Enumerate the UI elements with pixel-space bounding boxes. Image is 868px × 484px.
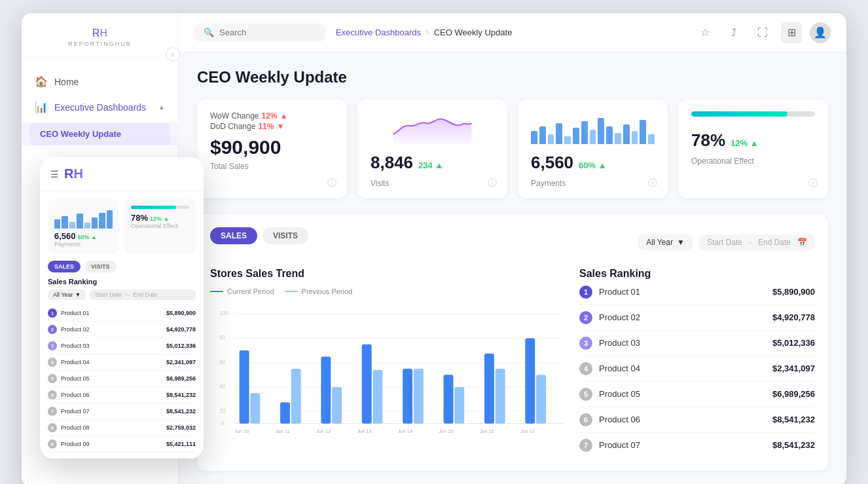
legend-prev-label: Previous Period [302, 288, 353, 295]
p-name-8: Product 08 [61, 424, 162, 431]
preview-kpi-label-payments: Payments [54, 241, 113, 248]
breadcrumb-parent[interactable]: Executive Dashboards [336, 28, 421, 37]
search-box[interactable]: 🔍 [194, 24, 325, 41]
visits-value-row: 8,846 234 ▲ [371, 148, 494, 175]
legend-prev-line [285, 291, 298, 292]
sidebar-collapse-button[interactable]: ‹ [166, 47, 180, 62]
preview-tab-visits[interactable]: VISITS [84, 261, 117, 272]
kpi-info-button-payments[interactable]: ⓘ [648, 177, 657, 189]
preview-tabs: SALES VISITS [48, 261, 196, 272]
preview-kpi-label-operational: Operational Effect [131, 223, 189, 229]
dod-value: 11% [258, 122, 274, 131]
kpi-info-button-operational[interactable]: ⓘ [808, 177, 818, 189]
preview-kpi-row: 6,560 60% ▲ Payments 78% 12% ▲ Operation… [48, 199, 196, 254]
rank-value-2: $4,920,778 [772, 312, 815, 322]
mini-bar-2 [539, 126, 546, 145]
tab-sales[interactable]: SALES [210, 227, 257, 244]
p-val-1: $5,890,900 [166, 310, 196, 316]
p-val-4: $2,341,097 [166, 359, 196, 365]
preview-filter-select[interactable]: All Year ▼ [48, 289, 86, 300]
period-filter-select[interactable]: All Year ▼ [638, 234, 693, 250]
logo-text: REPORTINGHUB [68, 41, 131, 47]
calendar-icon: 📅 [797, 238, 807, 247]
rank-name-3: Product 03 [599, 338, 766, 348]
kpi-changes-total-sales: WoW Change 12% ▲ DoD Change 11% ▼ [210, 111, 334, 131]
svg-text:40: 40 [219, 382, 226, 389]
table-row: 2 Product 02 $4,920,778 [579, 305, 815, 331]
dod-arrow-icon: ▼ [276, 122, 284, 131]
p-bar-6 [92, 217, 98, 229]
bar-jun16-prev [496, 369, 505, 424]
visits-badge: 234 ▲ [418, 160, 443, 170]
preview-date-range[interactable]: Start Date → End Date [90, 289, 196, 300]
bar-jun13-prev [373, 369, 383, 423]
preview-end-date: End Date [133, 291, 158, 298]
mini-bar-4 [556, 123, 562, 145]
sidebar-item-ceo-weekly[interactable]: CEO Weekly Update [29, 122, 170, 145]
share-button[interactable]: ⤴ [723, 22, 744, 43]
rank-number-7: 7 [579, 439, 592, 452]
p-name-4: Product 04 [61, 359, 162, 365]
preview-date-arrow: → [124, 291, 130, 298]
kpi-info-button-total-sales[interactable]: ⓘ [327, 177, 336, 189]
kpi-info-button-visits[interactable]: ⓘ [488, 177, 497, 189]
rank-name-5: Product 05 [599, 389, 766, 399]
favorite-button[interactable]: ☆ [695, 22, 715, 43]
chevron-up-icon: ▲ [158, 103, 165, 111]
expand-button[interactable]: ⛶ [752, 22, 773, 43]
sidebar-item-exec-dashboards[interactable]: 📊 Executive Dashboards ▲ [22, 94, 178, 120]
date-range-picker[interactable]: Start Date → End Date 📅 [699, 234, 815, 250]
preview-kpi-operational: 78% 12% ▲ Operational Effect [124, 199, 196, 254]
rank-name-1: Product 01 [599, 287, 766, 297]
bar-jun16-current [484, 353, 494, 423]
chevron-down-icon: ▼ [677, 238, 685, 247]
payments-badge: 60% ▲ [579, 160, 607, 170]
preview-chevron-icon: ▼ [75, 291, 81, 298]
visits-sparkline [371, 111, 494, 144]
list-item: 4 Product 04 $2,341,097 [48, 354, 196, 371]
bar-jun11-current [280, 402, 290, 424]
p-val-3: $5,012,336 [166, 343, 196, 349]
bar-jun15-prev [454, 387, 464, 424]
preview-tab-sales[interactable]: SALES [48, 261, 81, 272]
p-bar-2 [62, 216, 67, 229]
layout-toggle-button[interactable]: ⊞ [781, 22, 802, 43]
mini-bar-6 [573, 128, 579, 144]
bottom-layout: Stores Sales Trend Current Period Previo… [210, 268, 815, 458]
logo-r: R [92, 28, 100, 39]
sidebar-logo: R H REPORTINGHUB [22, 13, 178, 58]
preview-mini-bars-payments [54, 206, 113, 229]
mini-bar-5 [564, 136, 571, 145]
sidebar-item-home[interactable]: 🏠 Home [22, 69, 178, 94]
p-val-5: $6,989,256 [166, 375, 196, 382]
chart-legend: Current Period Previous Period [210, 288, 564, 295]
bar-jun17-current [525, 338, 535, 423]
bar-jun12-current [321, 356, 331, 423]
wow-label: WoW Change [210, 111, 259, 121]
sidebar-item-ceo-label: CEO Weekly Update [40, 129, 121, 139]
p-val-7: $8,541,232 [166, 408, 196, 415]
legend-current: Current Period [210, 288, 274, 295]
p-name-6: Product 06 [61, 392, 162, 398]
ranking-section: Sales Ranking 1 Product 01 $5,890,900 2 … [579, 268, 815, 458]
topbar-actions: ☆ ⤴ ⛶ ⊞ 👤 [695, 22, 831, 43]
section-tabs: SALES VISITS [210, 227, 308, 244]
mini-bar-13 [632, 131, 638, 144]
payments-value-row: 6,560 60% ▲ [531, 148, 655, 175]
p-rank-4: 4 [48, 358, 57, 367]
search-input[interactable] [219, 28, 316, 37]
chart-title: Stores Sales Trend [210, 268, 564, 280]
bar-jun12-prev [332, 387, 342, 424]
p-name-1: Product 01 [61, 310, 162, 316]
bottom-section: SALES VISITS All Year ▼ Start Date → End… [197, 214, 828, 471]
tab-visits[interactable]: VISITS [262, 227, 308, 244]
svg-text:80: 80 [219, 334, 226, 341]
p-val-9: $5,421,111 [166, 441, 196, 447]
bar-chart-container: 100 80 60 40 20 0 [210, 303, 564, 434]
svg-text:Jun 13: Jun 13 [357, 428, 371, 434]
svg-text:Jun 15: Jun 15 [439, 428, 453, 434]
preview-overlay: ☰ RH [40, 157, 204, 458]
bar-jun15-current [444, 375, 454, 423]
list-item: 6 Product 06 $8,541,232 [48, 387, 196, 403]
user-avatar[interactable]: 👤 [810, 22, 831, 43]
